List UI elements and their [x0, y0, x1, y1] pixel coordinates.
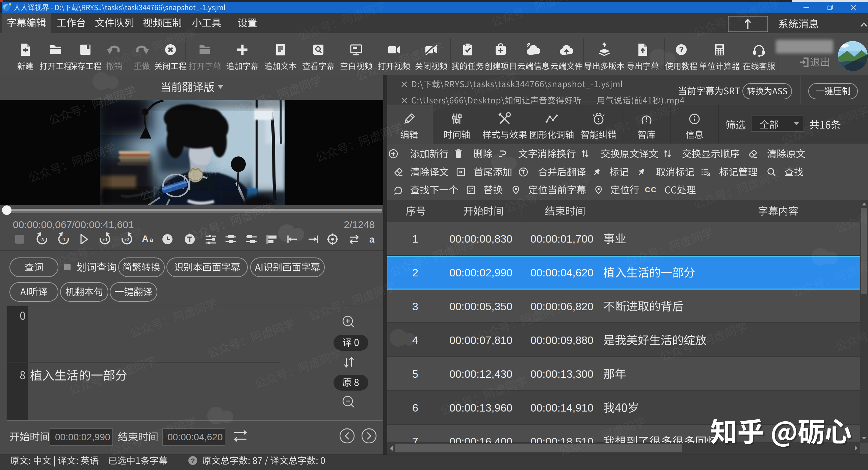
- svg-text:A: A: [142, 233, 149, 244]
- svg-text:-1: -1: [61, 237, 65, 242]
- svg-text:?: ?: [191, 457, 195, 465]
- svg-text:a: a: [150, 236, 153, 243]
- svg-text:-3: -3: [40, 237, 44, 242]
- svg-text:?: ?: [679, 45, 684, 54]
- svg-text:a: a: [369, 234, 375, 245]
- svg-text:CC: CC: [645, 185, 657, 194]
